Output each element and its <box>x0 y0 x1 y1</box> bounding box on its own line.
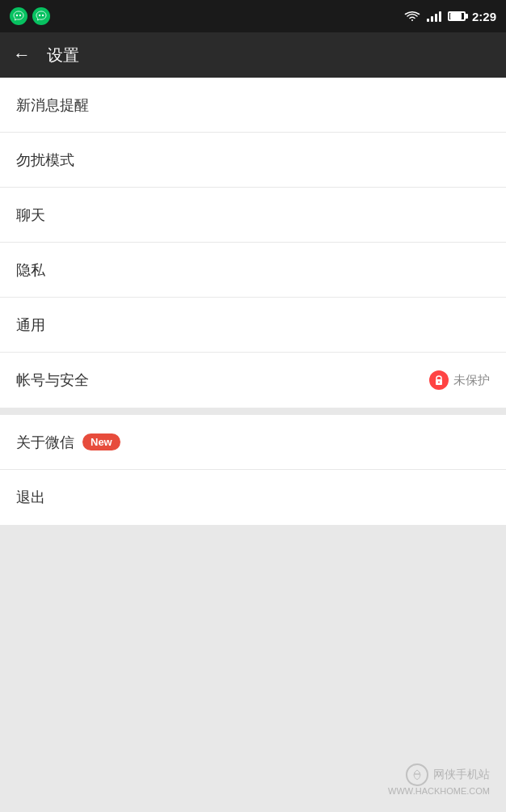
menu-item-account-security[interactable]: 帐号与安全 未保护 <box>0 353 506 408</box>
menu-item-general[interactable]: 通用 <box>0 298 506 353</box>
section-about: 关于微信 New 退出 <box>0 415 506 525</box>
menu-item-account-security-label: 帐号与安全 <box>16 370 89 390</box>
logo-circle-icon <box>406 763 428 786</box>
status-bar-left <box>10 7 50 25</box>
menu-item-logout[interactable]: 退出 <box>0 470 506 525</box>
empty-space <box>0 526 506 768</box>
battery-icon <box>448 11 466 21</box>
menu-item-about-wechat-label: 关于微信 <box>16 433 74 452</box>
wechat-icon-1 <box>10 7 27 25</box>
section-divider <box>0 408 506 415</box>
svg-point-0 <box>16 15 18 16</box>
account-security-right: 未保护 <box>429 370 490 390</box>
menu-item-dnd[interactable]: 勿扰模式 <box>0 133 506 188</box>
lock-icon <box>429 370 449 390</box>
status-bar: 2:29 <box>0 0 506 32</box>
menu-item-privacy[interactable]: 隐私 <box>0 243 506 298</box>
unprotected-text: 未保护 <box>453 373 490 388</box>
signal-icon <box>427 11 441 22</box>
menu-item-chat[interactable]: 聊天 <box>0 188 506 243</box>
wechat-icon-2 <box>32 7 50 25</box>
watermark-url: WWW.HACKHOME.COM <box>388 786 490 796</box>
wifi-icon <box>404 11 420 22</box>
unprotected-badge: 未保护 <box>429 370 490 390</box>
watermark-logo: 网侠手机站 <box>406 763 490 786</box>
about-wechat-left: 关于微信 New <box>16 433 120 452</box>
menu-item-privacy-label: 隐私 <box>16 260 45 280</box>
menu-item-dnd-label: 勿扰模式 <box>16 150 74 170</box>
menu-item-chat-label: 聊天 <box>16 205 45 225</box>
menu-item-new-message-label: 新消息提醒 <box>16 95 89 115</box>
page-title: 设置 <box>47 44 79 66</box>
menu-item-general-label: 通用 <box>16 315 45 335</box>
nav-bar: ← 设置 <box>0 32 506 78</box>
menu-item-logout-label: 退出 <box>16 488 45 507</box>
svg-point-2 <box>39 15 40 16</box>
new-badge: New <box>82 433 120 450</box>
status-bar-right: 2:29 <box>404 10 496 23</box>
watermark-site-name: 网侠手机站 <box>433 768 490 782</box>
svg-point-1 <box>19 15 21 16</box>
svg-point-3 <box>42 15 44 16</box>
back-button[interactable]: ← <box>13 44 31 66</box>
watermark: 网侠手机站 WWW.HACKHOME.COM <box>388 763 490 796</box>
menu-item-about-wechat[interactable]: 关于微信 New <box>0 415 506 470</box>
svg-point-5 <box>438 381 440 383</box>
section-notifications: 新消息提醒 勿扰模式 聊天 隐私 通用 帐号与安全 未保护 <box>0 78 506 408</box>
menu-item-new-message[interactable]: 新消息提醒 <box>0 78 506 133</box>
time-display: 2:29 <box>472 10 496 23</box>
